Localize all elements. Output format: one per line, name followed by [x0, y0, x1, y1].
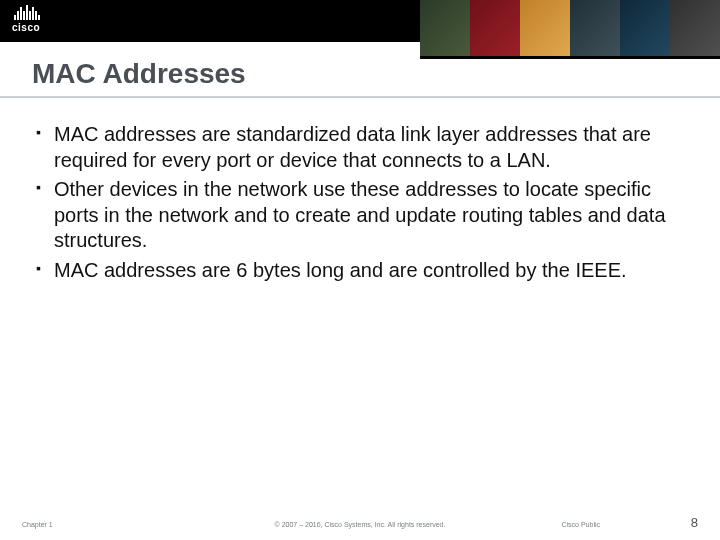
header-people-strip	[420, 0, 720, 56]
cisco-logo: cisco	[12, 4, 40, 33]
logo-bars-icon	[12, 4, 40, 20]
bullet-list: MAC addresses are standardized data link…	[36, 122, 684, 284]
slide: cisco MAC Addresses MAC addresses are st…	[0, 0, 720, 540]
title-underline	[0, 96, 720, 98]
list-item: MAC addresses are standardized data link…	[36, 122, 684, 173]
slide-title: MAC Addresses	[32, 58, 246, 90]
footer-classification: Cisco Public	[561, 521, 600, 528]
footer-copyright: © 2007 – 2016, Cisco Systems, Inc. All r…	[0, 521, 720, 528]
list-item: Other devices in the network use these a…	[36, 177, 684, 254]
page-number: 8	[691, 515, 698, 530]
slide-body: MAC addresses are standardized data link…	[36, 122, 684, 288]
list-item: MAC addresses are 6 bytes long and are c…	[36, 258, 684, 284]
header-people-underline	[420, 56, 720, 59]
logo-brand-text: cisco	[12, 22, 40, 33]
